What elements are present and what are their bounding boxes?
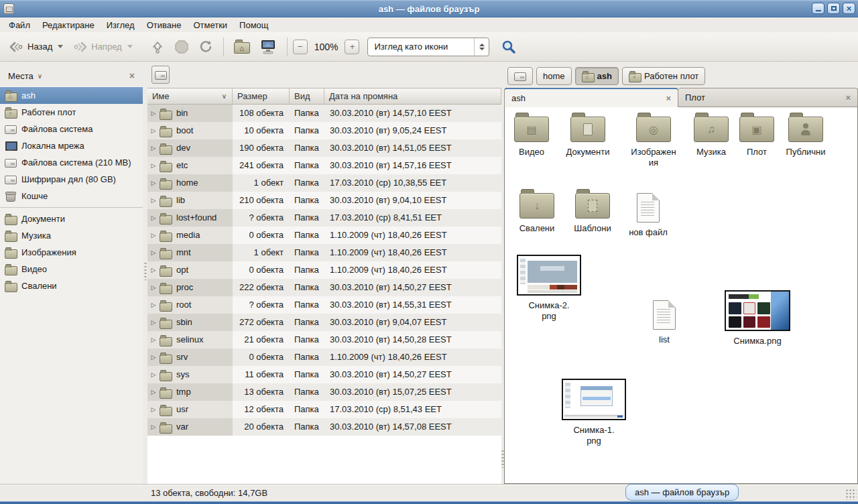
expander-icon[interactable]: ▷ bbox=[147, 261, 160, 279]
sidebar-close-button[interactable]: × bbox=[127, 70, 137, 81]
up-button[interactable] bbox=[145, 37, 170, 57]
table-row-selinux[interactable]: ▷ selinux 21 обекта Папка 30.03.2010 (вт… bbox=[147, 331, 501, 349]
pathbar-button-Работен плот[interactable]: ▫Работен плот bbox=[622, 67, 705, 85]
icon-item-Изображения[interactable]: ◎Изображения bbox=[623, 117, 684, 168]
menu-item-Отиване[interactable]: Отиване bbox=[141, 19, 188, 32]
table-row-srv[interactable]: ▷ srv 0 обекта Папка 1.10.2009 (чт) 18,4… bbox=[147, 349, 501, 366]
table-row-etc[interactable]: ▷ etc 241 обекта Папка 30.03.2010 (вт) 1… bbox=[147, 157, 501, 174]
icon-item-list[interactable]: list bbox=[637, 300, 691, 345]
forward-dropdown-icon[interactable] bbox=[127, 45, 133, 48]
menu-item-Редактиране[interactable]: Редактиране bbox=[36, 19, 101, 32]
icon-item-Публични[interactable]: Публични bbox=[777, 117, 835, 158]
search-button[interactable] bbox=[496, 36, 522, 58]
pathbar-button-ash[interactable]: ⌂ash bbox=[575, 67, 619, 85]
icon-item-Свалени[interactable]: ↓Свалени bbox=[509, 193, 565, 234]
expander-icon[interactable]: ▷ bbox=[147, 209, 160, 227]
menu-item-Изглед[interactable]: Изглед bbox=[101, 19, 141, 32]
sidebar-item-Свалени[interactable]: Свалени bbox=[0, 277, 143, 294]
spinner-icon[interactable] bbox=[474, 38, 489, 56]
icon-item-Снимка-1.png[interactable]: Снимка-1.png bbox=[559, 379, 629, 446]
back-button[interactable]: Назад bbox=[4, 38, 68, 56]
table-row-lost+found[interactable]: ▷ lost+found ? обекта Папка 17.03.2010 (… bbox=[147, 209, 501, 227]
icon-item-Музика[interactable]: ♫Музика bbox=[684, 117, 738, 158]
icon-item-Шаблони[interactable]: Шаблони bbox=[564, 193, 621, 234]
zoom-in-button[interactable]: + bbox=[345, 40, 359, 54]
expander-icon[interactable]: ▷ bbox=[147, 366, 160, 383]
table-row-mnt[interactable]: ▷ mnt 1 обект Папка 1.10.2009 (чт) 18,40… bbox=[147, 244, 501, 261]
column-header-Размер[interactable]: Размер bbox=[233, 88, 290, 104]
table-row-sbin[interactable]: ▷ sbin 272 обекта Папка 30.03.2010 (вт) … bbox=[147, 314, 501, 331]
taskbar-window-button[interactable]: ash — файлов браузър bbox=[625, 484, 739, 501]
icon-item-нов файл[interactable]: нов файл bbox=[620, 193, 676, 238]
table-row-boot[interactable]: ▷ boot 10 обекта Папка 30.03.2010 (вт) 9… bbox=[147, 122, 501, 139]
expander-icon[interactable]: ▷ bbox=[147, 401, 160, 418]
resize-grip[interactable] bbox=[845, 489, 857, 500]
icon-item-Документи[interactable]: Документи bbox=[557, 117, 619, 158]
icon-item-Плот[interactable]: ▣Плот bbox=[733, 117, 780, 158]
table-row-opt[interactable]: ▷ opt 0 обекта Папка 1.10.2009 (чт) 18,4… bbox=[147, 261, 501, 279]
maximize-button[interactable] bbox=[827, 3, 840, 14]
expander-icon[interactable]: ▷ bbox=[147, 227, 160, 244]
sidebar-item-Файлова система (210 MB)[interactable]: Файлова система (210 MB) bbox=[0, 154, 143, 171]
pathbar-button-drive[interactable] bbox=[507, 67, 533, 85]
table-row-bin[interactable]: ▷ bin 108 обекта Папка 30.03.2010 (вт) 1… bbox=[147, 105, 501, 122]
table-row-var[interactable]: ▷ var 20 обекта Папка 30.03.2010 (вт) 14… bbox=[147, 418, 501, 436]
sidebar-item-Локална мрежа[interactable]: Локална мрежа bbox=[0, 137, 143, 154]
sidebar-item-Работен плот[interactable]: ▫Работен плот bbox=[0, 104, 143, 121]
sidebar-item-Видео[interactable]: Видео bbox=[0, 261, 143, 277]
expander-icon[interactable]: ▷ bbox=[147, 418, 160, 436]
minimize-button[interactable] bbox=[812, 3, 824, 14]
tab-close-icon[interactable]: × bbox=[666, 93, 671, 103]
menu-item-Помощ[interactable]: Помощ bbox=[233, 19, 274, 32]
stop-button[interactable] bbox=[170, 37, 194, 57]
expander-icon[interactable]: ▷ bbox=[147, 174, 160, 192]
table-row-dev[interactable]: ▷ dev 190 обекта Папка 30.03.2010 (вт) 1… bbox=[147, 139, 501, 157]
filesystem-root-button[interactable] bbox=[151, 66, 170, 84]
expander-icon[interactable]: ▷ bbox=[147, 139, 160, 157]
pane-splitter[interactable] bbox=[143, 62, 147, 484]
column-header-Име[interactable]: Име∨ bbox=[147, 88, 233, 104]
expander-icon[interactable]: ▷ bbox=[147, 192, 160, 209]
sidebar-item-ash[interactable]: ⌂ash bbox=[0, 87, 143, 104]
table-row-root[interactable]: ▷ root ? обекта Папка 30.03.2010 (вт) 14… bbox=[147, 296, 501, 314]
titlebar[interactable]: ash — файлов браузър × bbox=[0, 0, 858, 17]
sidebar-item-Шифриран дял (80 GB)[interactable]: Шифриран дял (80 GB) bbox=[0, 171, 143, 188]
sidebar-item-Изображения[interactable]: Изображения bbox=[0, 244, 143, 261]
expander-icon[interactable]: ▷ bbox=[147, 349, 160, 366]
icon-item-Видео[interactable]: ▤Видео bbox=[505, 117, 558, 158]
sidebar-item-Музика[interactable]: Музика bbox=[0, 227, 143, 244]
computer-button[interactable] bbox=[255, 36, 282, 58]
table-row-usr[interactable]: ▷ usr 12 обекта Папка 17.03.2010 (ср) 8,… bbox=[147, 401, 501, 418]
table-row-lib[interactable]: ▷ lib 210 обекта Папка 30.03.2010 (вт) 9… bbox=[147, 192, 501, 209]
expander-icon[interactable]: ▷ bbox=[147, 105, 160, 122]
sidebar-item-Файлова система[interactable]: Файлова система bbox=[0, 121, 143, 137]
sidebar-item-Кошче[interactable]: Кошче bbox=[0, 188, 143, 204]
tab-ash[interactable]: ash × bbox=[504, 88, 678, 107]
menu-item-Файл[interactable]: Файл bbox=[3, 19, 36, 32]
expander-icon[interactable]: ▷ bbox=[147, 157, 160, 174]
tab-Плот[interactable]: Плот × bbox=[678, 88, 858, 107]
column-header-Дата на промяна[interactable]: Дата на промяна bbox=[324, 88, 501, 104]
forward-button[interactable]: Напред bbox=[68, 38, 137, 56]
expander-icon[interactable]: ▷ bbox=[147, 314, 160, 331]
expander-icon[interactable]: ▷ bbox=[147, 331, 160, 349]
sidebar-item-Документи[interactable]: Документи bbox=[0, 210, 143, 227]
expander-icon[interactable]: ▷ bbox=[147, 296, 160, 314]
expander-icon[interactable]: ▷ bbox=[147, 244, 160, 261]
table-row-media[interactable]: ▷ media 0 обекта Папка 1.10.2009 (чт) 18… bbox=[147, 227, 501, 244]
icon-item-Снимка-2.png[interactable]: Снимка-2.png bbox=[514, 255, 584, 322]
icon-view[interactable]: ▤ВидеоДокументи◎Изображения♫Музика▣ПлотП… bbox=[504, 107, 858, 484]
expander-icon[interactable]: ▷ bbox=[147, 122, 160, 139]
home-button[interactable]: ⌂ bbox=[229, 37, 255, 56]
tab-close-icon[interactable]: × bbox=[845, 92, 851, 103]
view-mode-select[interactable]: Изглед като икони bbox=[367, 38, 489, 56]
table-row-sys[interactable]: ▷ sys 11 обекта Папка 30.03.2010 (вт) 14… bbox=[147, 366, 501, 383]
table-row-proc[interactable]: ▷ proc 222 обекта Папка 30.03.2010 (вт) … bbox=[147, 279, 501, 296]
places-selector[interactable]: Места ∨ bbox=[8, 71, 42, 81]
column-header-Вид[interactable]: Вид bbox=[290, 88, 324, 104]
back-dropdown-icon[interactable] bbox=[58, 45, 63, 48]
pathbar-button-home[interactable]: home bbox=[536, 67, 572, 85]
table-row-home[interactable]: ▷ home 1 обект Папка 17.03.2010 (ср) 10,… bbox=[147, 174, 501, 192]
zoom-out-button[interactable]: − bbox=[293, 40, 308, 54]
icon-item-Снимка.png[interactable]: Снимка.png bbox=[720, 290, 795, 346]
